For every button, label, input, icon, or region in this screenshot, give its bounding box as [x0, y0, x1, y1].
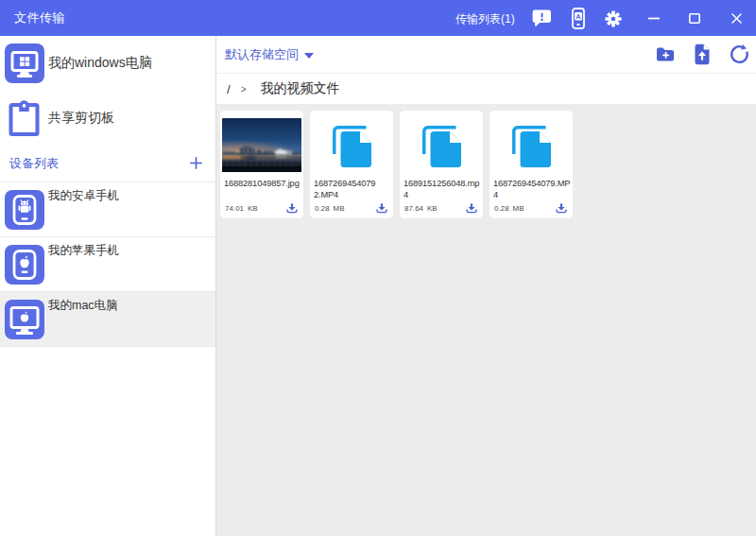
sidebar-item-my-windows-pc[interactable]: 我的windows电脑: [0, 36, 215, 91]
titlebar: 文件传输 传输列表(1) A: [0, 0, 756, 36]
file-card-footer: 0.28MB: [493, 202, 569, 214]
file-area: 1688281049857.jpg74.01KB 16872694540792.…: [216, 104, 756, 536]
app-title: 文件传输: [14, 11, 65, 25]
file-size: 74.01KB: [225, 204, 258, 213]
file-name: 16872694540792.MP4: [314, 179, 392, 200]
close-icon: [731, 13, 742, 24]
breadcrumb-current-folder: 我的视频文件: [260, 80, 339, 97]
connect-phone-button[interactable]: A: [567, 7, 590, 30]
transfer-list-button[interactable]: 传输列表(1): [455, 13, 515, 26]
new-folder-button[interactable]: [656, 46, 675, 62]
breadcrumb-separator-icon: >: [241, 84, 247, 95]
plus-icon: [190, 157, 202, 169]
file-name: 1687269454079.MP4: [493, 179, 572, 200]
file-grid: 1688281049857.jpg74.01KB 16872694540792.…: [220, 111, 756, 218]
toolbar-actions: [638, 43, 748, 65]
file-thumbnail: [222, 118, 301, 172]
storage-space-selector[interactable]: 默认存储空间: [225, 46, 314, 63]
app-body: 我的windows电脑 共享剪切板 设备列表: [0, 36, 756, 536]
new-folder-icon: [656, 46, 675, 62]
sidebar-device-item-iphone[interactable]: 我的苹果手机: [0, 237, 215, 292]
video-file-icon: [491, 118, 571, 172]
file-name: 1689151256048.mp4: [404, 179, 482, 200]
upload-file-icon: [694, 43, 711, 65]
device-label: 我的安卓手机: [48, 190, 119, 202]
device-label: 我的苹果手机: [48, 245, 119, 257]
settings-button[interactable]: [603, 9, 624, 27]
breadcrumb-root[interactable]: /: [227, 82, 231, 96]
maximize-button[interactable]: [686, 9, 703, 27]
refresh-button[interactable]: [730, 44, 748, 64]
file-card[interactable]: 1687269454079.MP40.28MB: [490, 111, 573, 218]
main-panel: 默认存储空间: [216, 36, 756, 536]
upload-file-button[interactable]: [693, 43, 712, 65]
download-icon: [556, 203, 567, 214]
sidebar: 我的windows电脑 共享剪切板 设备列表: [0, 36, 216, 536]
download-button[interactable]: [466, 203, 477, 214]
breadcrumb: / > 我的视频文件: [216, 74, 756, 104]
feedback-bubble-icon: [531, 9, 552, 29]
iphone-device-icon: [5, 245, 44, 285]
chevron-down-icon: [304, 53, 314, 59]
add-device-button[interactable]: [190, 157, 202, 169]
svg-text:A: A: [576, 12, 581, 21]
feedback-button[interactable]: [530, 8, 553, 30]
minimize-icon: [648, 17, 660, 20]
device-label: 我的mac电脑: [48, 300, 118, 312]
sidebar-item-label: 我的windows电脑: [48, 55, 152, 72]
video-file-icon: [402, 118, 481, 172]
android-device-icon: [5, 190, 44, 230]
file-size: 0.28MB: [315, 204, 344, 213]
sidebar-item-shared-clipboard[interactable]: 共享剪切板: [0, 91, 215, 145]
file-card[interactable]: 1688281049857.jpg74.01KB: [220, 111, 303, 218]
phone-mirror-icon: A: [572, 8, 585, 29]
main-toolbar: 默认存储空间: [216, 36, 756, 74]
minimize-button[interactable]: [645, 9, 662, 27]
file-card-footer: 87.64KB: [404, 202, 479, 214]
download-button[interactable]: [376, 203, 387, 214]
device-list: 我的安卓手机 我的苹果手机 我的mac电脑: [0, 182, 215, 347]
refresh-icon: [730, 44, 749, 64]
storage-space-label: 默认存储空间: [225, 46, 299, 63]
sidebar-item-label: 共享剪切板: [48, 110, 114, 127]
mac-device-icon: [5, 300, 44, 339]
file-transfer-window: 文件传输 传输列表(1) A: [0, 0, 756, 536]
device-list-header: 设备列表: [0, 145, 215, 182]
file-card[interactable]: 1689151256048.mp487.64KB: [400, 111, 483, 218]
file-card-footer: 74.01KB: [224, 202, 300, 214]
clipboard-icon: [5, 98, 44, 138]
maximize-icon: [689, 13, 700, 24]
sidebar-device-item-android[interactable]: 我的安卓手机: [0, 182, 215, 237]
file-size: 87.64KB: [404, 204, 438, 213]
download-button[interactable]: [556, 203, 567, 214]
close-button[interactable]: [728, 9, 745, 27]
download-icon: [286, 203, 298, 214]
download-button[interactable]: [286, 203, 298, 214]
sidebar-device-item-mac[interactable]: 我的mac电脑: [0, 292, 215, 347]
file-size: 0.28MB: [494, 204, 524, 213]
gear-icon: [605, 10, 622, 27]
video-file-icon: [312, 118, 391, 172]
file-card[interactable]: 16872694540792.MP40.28MB: [310, 111, 393, 218]
file-name: 1688281049857.jpg: [224, 179, 302, 200]
windows-pc-icon: [5, 43, 44, 83]
download-icon: [466, 203, 477, 214]
device-list-title: 设备列表: [9, 155, 59, 172]
file-card-footer: 0.28MB: [314, 202, 389, 214]
download-icon: [376, 203, 387, 214]
